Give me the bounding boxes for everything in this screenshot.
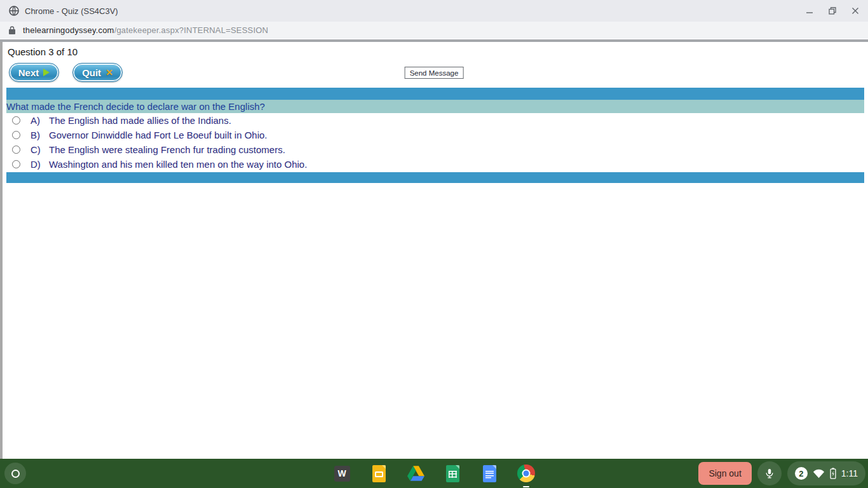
x-icon: ✕: [105, 67, 113, 78]
battery-charging-icon: [830, 468, 836, 479]
launcher-icon: [11, 470, 20, 478]
option-text: The English were stealing French fur tra…: [49, 144, 285, 155]
question-bottom-bar: [6, 172, 864, 183]
left-border-stripe: [0, 42, 3, 459]
chrome-icon: [517, 464, 535, 482]
google-sheets-app-icon[interactable]: [444, 459, 461, 488]
word-icon: W: [334, 466, 350, 482]
radio-button[interactable]: [12, 116, 20, 125]
notification-count-badge: 2: [795, 467, 808, 480]
answer-option-b[interactable]: B) Governor Dinwiddle had Fort Le Boeuf …: [6, 128, 864, 142]
launcher-button[interactable]: [4, 463, 26, 484]
question-text: What made the French decide to declare w…: [6, 100, 864, 113]
radio-button[interactable]: [12, 146, 20, 154]
lock-icon[interactable]: [8, 25, 16, 35]
taskbar-status-area: Sign out 2 1:11: [698, 462, 865, 485]
taskbar: W Sign out: [0, 459, 868, 488]
play-icon: [43, 69, 50, 76]
option-text: The English had made allies of the India…: [49, 115, 231, 126]
minimize-button[interactable]: [798, 0, 821, 22]
sign-out-button[interactable]: Sign out: [698, 462, 751, 485]
taskbar-apps: W: [333, 459, 535, 488]
microphone-icon: [764, 467, 775, 480]
question-progress: Question 3 of 10: [8, 46, 78, 57]
answer-option-c[interactable]: C) The English were stealing French fur …: [6, 142, 864, 157]
active-app-indicator: [523, 486, 529, 487]
url-path: /gatekeeper.aspx?INTERNAL=SESSION: [114, 25, 269, 35]
word-app-icon[interactable]: W: [333, 459, 351, 488]
wifi-icon: [813, 468, 825, 478]
answer-options: A) The English had made allies of the In…: [6, 113, 864, 172]
option-letter: D): [31, 159, 44, 170]
quiz-page: Question 3 of 10 Next Quit ✕ Send Messag…: [0, 42, 868, 459]
option-text: Washington and his men killed ten men on…: [49, 159, 307, 170]
question-top-bar: [6, 88, 864, 100]
window-controls: [798, 0, 867, 22]
clock: 1:11: [841, 468, 858, 478]
google-drive-app-icon[interactable]: [407, 459, 424, 488]
google-docs-app-icon[interactable]: [480, 459, 498, 488]
next-button[interactable]: Next: [9, 63, 59, 82]
microphone-button[interactable]: [757, 461, 782, 485]
url-text: thelearningodyssey.com/gatekeeper.aspx?I…: [23, 25, 268, 35]
send-message-button[interactable]: Send Message: [405, 67, 464, 79]
option-letter: C): [31, 144, 44, 155]
chrome-app-icon[interactable]: [517, 459, 535, 488]
slides-icon: [372, 465, 386, 482]
google-slides-app-icon[interactable]: [370, 459, 388, 488]
quit-button[interactable]: Quit ✕: [72, 63, 123, 82]
option-letter: A): [31, 115, 44, 126]
answer-option-a[interactable]: A) The English had made allies of the In…: [6, 113, 864, 128]
close-button[interactable]: [844, 0, 867, 22]
url-bar[interactable]: thelearningodyssey.com/gatekeeper.aspx?I…: [0, 22, 868, 39]
radio-button[interactable]: [12, 131, 20, 139]
option-letter: B): [31, 130, 44, 140]
drive-icon: [407, 466, 424, 481]
quit-button-label: Quit: [82, 67, 101, 78]
window-titlebar: Chrome - Quiz (SS4C3V): [0, 0, 868, 22]
docs-icon: [483, 465, 496, 482]
system-tray[interactable]: 2 1:11: [787, 461, 865, 485]
restore-button[interactable]: [821, 0, 844, 22]
answer-option-d[interactable]: D) Washington and his men killed ten men…: [6, 157, 864, 172]
sheets-icon: [446, 465, 459, 482]
option-text: Governor Dinwiddle had Fort Le Boeuf bui…: [49, 130, 268, 140]
globe-favicon-icon: [9, 6, 19, 16]
next-button-label: Next: [18, 67, 39, 78]
window-title: Chrome - Quiz (SS4C3V): [25, 6, 118, 16]
radio-button[interactable]: [12, 160, 20, 168]
url-domain: thelearningodyssey.com: [23, 25, 114, 35]
